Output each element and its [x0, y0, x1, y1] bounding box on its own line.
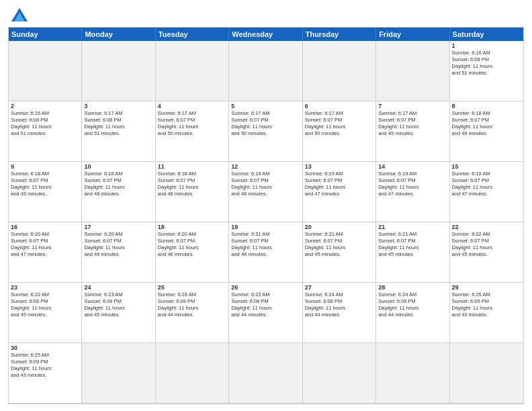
calendar-day-cell: 13Sunrise: 6:19 AM Sunset: 6:07 PM Dayli… [303, 162, 376, 222]
calendar-day-cell: 29Sunrise: 6:25 AM Sunset: 6:09 PM Dayli… [450, 283, 523, 343]
day-content: Sunrise: 6:22 AM Sunset: 6:07 PM Dayligh… [452, 231, 521, 259]
day-content: Sunrise: 6:18 AM Sunset: 6:07 PM Dayligh… [452, 110, 521, 138]
day-number: 11 [158, 163, 226, 170]
empty-cell [376, 343, 449, 404]
empty-cell [376, 41, 449, 101]
day-content: Sunrise: 6:19 AM Sunset: 6:07 PM Dayligh… [231, 171, 300, 198]
day-number: 3 [84, 103, 152, 109]
calendar-day-cell: 15Sunrise: 6:19 AM Sunset: 6:07 PM Dayli… [450, 162, 523, 222]
empty-cell [229, 41, 302, 101]
day-number: 4 [158, 103, 226, 109]
empty-cell [156, 343, 229, 404]
calendar-day-cell: 17Sunrise: 6:20 AM Sunset: 6:07 PM Dayli… [82, 222, 155, 283]
day-content: Sunrise: 6:19 AM Sunset: 6:07 PM Dayligh… [378, 171, 447, 198]
day-content: Sunrise: 6:24 AM Sunset: 6:08 PM Dayligh… [305, 291, 373, 319]
calendar-day-cell: 26Sunrise: 6:23 AM Sunset: 6:08 PM Dayli… [229, 283, 302, 343]
weekday-header: Friday [376, 28, 449, 41]
calendar-day-cell: 2Sunrise: 6:16 AM Sunset: 6:08 PM Daylig… [9, 101, 82, 162]
day-content: Sunrise: 6:21 AM Sunset: 6:07 PM Dayligh… [305, 231, 373, 259]
day-content: Sunrise: 6:17 AM Sunset: 6:07 PM Dayligh… [305, 110, 373, 138]
weekday-header: Monday [82, 28, 155, 41]
day-number: 30 [11, 345, 79, 351]
day-number: 16 [11, 224, 79, 230]
calendar-header: SundayMondayTuesdayWednesdayThursdayFrid… [9, 28, 523, 41]
day-content: Sunrise: 6:24 AM Sunset: 6:09 PM Dayligh… [378, 291, 447, 319]
day-content: Sunrise: 6:17 AM Sunset: 6:08 PM Dayligh… [84, 110, 152, 138]
logo [8, 7, 30, 23]
day-content: Sunrise: 6:21 AM Sunset: 6:07 PM Dayligh… [231, 231, 300, 259]
empty-cell [82, 41, 155, 101]
calendar-day-cell: 11Sunrise: 6:18 AM Sunset: 6:07 PM Dayli… [156, 162, 229, 222]
day-number: 24 [84, 284, 152, 291]
day-number: 21 [378, 224, 447, 230]
day-content: Sunrise: 6:20 AM Sunset: 6:07 PM Dayligh… [84, 231, 152, 259]
logo-icon [10, 7, 29, 23]
empty-cell [303, 41, 376, 101]
day-content: Sunrise: 6:23 AM Sunset: 6:08 PM Dayligh… [84, 291, 152, 319]
empty-cell [229, 343, 302, 404]
calendar-day-cell: 5Sunrise: 6:17 AM Sunset: 6:07 PM Daylig… [229, 101, 302, 162]
calendar-day-cell: 21Sunrise: 6:21 AM Sunset: 6:07 PM Dayli… [376, 222, 449, 283]
day-content: Sunrise: 6:23 AM Sunset: 6:08 PM Dayligh… [158, 291, 226, 319]
day-number: 1 [452, 42, 521, 49]
calendar-day-cell: 6Sunrise: 6:17 AM Sunset: 6:07 PM Daylig… [303, 101, 376, 162]
calendar-day-cell: 24Sunrise: 6:23 AM Sunset: 6:08 PM Dayli… [82, 283, 155, 343]
calendar-day-cell: 16Sunrise: 6:20 AM Sunset: 6:07 PM Dayli… [9, 222, 82, 283]
weekday-header: Saturday [450, 28, 523, 41]
day-number: 10 [84, 163, 152, 170]
day-number: 28 [378, 284, 447, 291]
calendar-day-cell: 4Sunrise: 6:17 AM Sunset: 6:07 PM Daylig… [156, 101, 229, 162]
day-number: 20 [305, 224, 373, 230]
empty-cell [9, 41, 82, 101]
calendar-day-cell: 9Sunrise: 6:18 AM Sunset: 6:07 PM Daylig… [9, 162, 82, 222]
day-number: 27 [305, 284, 373, 291]
day-number: 15 [452, 163, 521, 170]
weekday-header: Thursday [303, 28, 376, 41]
day-content: Sunrise: 6:17 AM Sunset: 6:07 PM Dayligh… [231, 110, 300, 138]
day-number: 12 [231, 163, 300, 170]
day-number: 8 [452, 103, 521, 109]
day-content: Sunrise: 6:22 AM Sunset: 6:08 PM Dayligh… [11, 291, 79, 319]
calendar-day-cell: 30Sunrise: 6:25 AM Sunset: 6:09 PM Dayli… [9, 343, 82, 404]
calendar-day-cell: 20Sunrise: 6:21 AM Sunset: 6:07 PM Dayli… [303, 222, 376, 283]
day-content: Sunrise: 6:18 AM Sunset: 6:07 PM Dayligh… [11, 171, 79, 198]
calendar-day-cell: 18Sunrise: 6:20 AM Sunset: 6:07 PM Dayli… [156, 222, 229, 283]
calendar-day-cell: 23Sunrise: 6:22 AM Sunset: 6:08 PM Dayli… [9, 283, 82, 343]
day-number: 7 [378, 103, 447, 109]
calendar-day-cell: 22Sunrise: 6:22 AM Sunset: 6:07 PM Dayli… [450, 222, 523, 283]
day-content: Sunrise: 6:17 AM Sunset: 6:07 PM Dayligh… [158, 110, 226, 138]
day-number: 18 [158, 224, 226, 230]
day-content: Sunrise: 6:18 AM Sunset: 6:07 PM Dayligh… [158, 171, 226, 198]
day-content: Sunrise: 6:25 AM Sunset: 6:09 PM Dayligh… [452, 291, 521, 319]
calendar-day-cell: 14Sunrise: 6:19 AM Sunset: 6:07 PM Dayli… [376, 162, 449, 222]
calendar: SundayMondayTuesdayWednesdayThursdayFrid… [8, 27, 524, 404]
weekday-header: Sunday [9, 28, 82, 41]
weekday-header: Wednesday [229, 28, 302, 41]
day-content: Sunrise: 6:21 AM Sunset: 6:07 PM Dayligh… [378, 231, 447, 259]
day-number: 17 [84, 224, 152, 230]
day-content: Sunrise: 6:20 AM Sunset: 6:07 PM Dayligh… [11, 231, 79, 259]
day-content: Sunrise: 6:18 AM Sunset: 6:07 PM Dayligh… [84, 171, 152, 198]
day-content: Sunrise: 6:19 AM Sunset: 6:07 PM Dayligh… [452, 171, 521, 198]
empty-cell [303, 343, 376, 404]
calendar-day-cell: 3Sunrise: 6:17 AM Sunset: 6:08 PM Daylig… [82, 101, 155, 162]
day-number: 13 [305, 163, 373, 170]
day-content: Sunrise: 6:23 AM Sunset: 6:08 PM Dayligh… [231, 291, 300, 319]
calendar-page: SundayMondayTuesdayWednesdayThursdayFrid… [0, 0, 532, 411]
day-content: Sunrise: 6:16 AM Sunset: 6:08 PM Dayligh… [452, 50, 521, 77]
day-number: 25 [158, 284, 226, 291]
page-header [8, 7, 524, 23]
calendar-day-cell: 7Sunrise: 6:17 AM Sunset: 6:07 PM Daylig… [376, 101, 449, 162]
day-number: 29 [452, 284, 521, 291]
day-number: 26 [231, 284, 300, 291]
day-content: Sunrise: 6:19 AM Sunset: 6:07 PM Dayligh… [305, 171, 373, 198]
calendar-day-cell: 12Sunrise: 6:19 AM Sunset: 6:07 PM Dayli… [229, 162, 302, 222]
weekday-header: Tuesday [156, 28, 229, 41]
empty-cell [450, 343, 523, 404]
day-number: 19 [231, 224, 300, 230]
calendar-day-cell: 27Sunrise: 6:24 AM Sunset: 6:08 PM Dayli… [303, 283, 376, 343]
logo-area [8, 7, 30, 23]
day-number: 5 [231, 103, 300, 109]
day-number: 22 [452, 224, 521, 230]
calendar-day-cell: 8Sunrise: 6:18 AM Sunset: 6:07 PM Daylig… [450, 101, 523, 162]
